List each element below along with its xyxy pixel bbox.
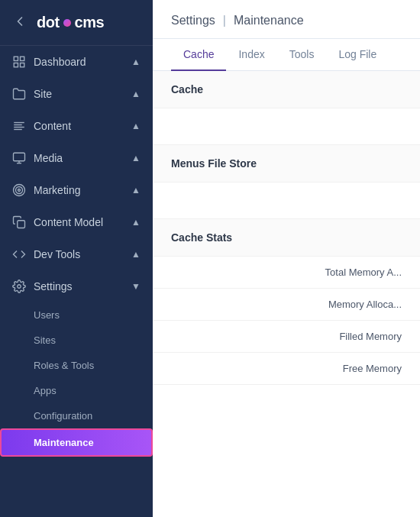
sidebar-item-maintenance[interactable]: Maintenance — [0, 428, 153, 457]
copy-icon — [12, 215, 26, 229]
sidebar-label-site: Site — [34, 88, 52, 100]
chevron-up-icon: ▲ — [131, 217, 141, 228]
folder-icon — [12, 87, 26, 101]
breadcrumb-current: Maintenance — [234, 14, 304, 27]
sidebar-item-apps[interactable]: Apps — [0, 378, 153, 403]
total-memory-label: Total Memory A... — [310, 267, 402, 278]
sidebar-label-marketing: Marketing — [34, 184, 80, 196]
logo: dot cms — [37, 14, 104, 31]
chevron-up-icon: ▲ — [131, 153, 141, 163]
chevron-down-icon: ▼ — [131, 281, 141, 292]
chevron-up-icon: ▲ — [131, 57, 141, 67]
sidebar-item-sites[interactable]: Sites — [0, 328, 153, 353]
tab-cache[interactable]: Cache — [171, 39, 226, 71]
code-icon — [12, 247, 26, 261]
svg-point-12 — [16, 187, 23, 194]
sidebar-item-site[interactable]: Site ▲ — [0, 78, 153, 110]
sidebar-item-dev-tools[interactable]: Dev Tools ▲ — [0, 238, 153, 270]
tab-tools[interactable]: Tools — [277, 39, 327, 71]
sidebar-item-roles-tools[interactable]: Roles & Tools — [0, 353, 153, 378]
align-left-icon — [12, 119, 26, 133]
sidebar-item-settings[interactable]: Settings ▼ — [0, 270, 153, 302]
back-button[interactable] — [12, 14, 27, 31]
sidebar-label-content-model: Content Model — [34, 216, 103, 228]
sidebar-item-content-model[interactable]: Content Model ▲ — [0, 206, 153, 238]
logo-dot — [63, 19, 71, 27]
stats-row-free-memory: Free Memory — [153, 353, 420, 385]
chevron-up-icon: ▲ — [131, 185, 141, 195]
filled-memory-label: Filled Memory — [310, 331, 402, 342]
sidebar-item-users[interactable]: Users — [0, 302, 153, 328]
sidebar-item-media[interactable]: Media ▲ — [0, 142, 153, 174]
sidebar-label-dev-tools: Dev Tools — [34, 248, 80, 260]
sidebar-header: dot cms — [0, 0, 153, 46]
breadcrumb-settings: Settings — [171, 14, 215, 27]
tab-index[interactable]: Index — [226, 39, 276, 71]
free-memory-label: Free Memory — [310, 363, 402, 374]
svg-point-11 — [14, 185, 25, 196]
stats-row-memory-alloc: Memory Alloca... — [153, 289, 420, 321]
target-icon — [12, 183, 26, 197]
svg-point-13 — [18, 189, 21, 192]
tabs-bar: Cache Index Tools Log File — [153, 39, 420, 71]
breadcrumb-separator: | — [223, 14, 226, 27]
svg-rect-0 — [14, 57, 18, 60]
cache-section-header: Cache — [153, 71, 420, 108]
menus-file-store-section-header: Menus File Store — [153, 145, 420, 183]
sidebar-label-settings: Settings — [34, 280, 73, 292]
page-header: Settings | Maintenance — [153, 0, 420, 39]
svg-point-15 — [18, 285, 21, 289]
sidebar-label-content: Content — [34, 120, 71, 132]
chevron-up-icon: ▲ — [131, 249, 141, 260]
sidebar-item-dashboard[interactable]: Dashboard ▲ — [0, 46, 153, 78]
stats-row-filled-memory: Filled Memory — [153, 321, 420, 353]
svg-rect-2 — [14, 63, 18, 67]
monitor-icon — [12, 151, 26, 165]
sidebar-item-configuration[interactable]: Configuration — [0, 403, 153, 428]
grid-icon — [12, 55, 26, 69]
sidebar-label-dashboard: Dashboard — [34, 56, 86, 68]
sidebar-item-content[interactable]: Content ▲ — [0, 110, 153, 142]
svg-rect-8 — [14, 153, 25, 161]
sidebar: dot cms Dashboard ▲ Site ▲ Conte — [0, 0, 153, 517]
settings-icon — [12, 280, 26, 293]
svg-rect-14 — [18, 221, 25, 228]
svg-rect-3 — [21, 63, 24, 67]
sidebar-label-media: Media — [34, 152, 63, 164]
content-area: Cache Menus File Store Cache Stats Total… — [153, 71, 420, 517]
sidebar-item-marketing[interactable]: Marketing ▲ — [0, 174, 153, 206]
svg-rect-1 — [21, 57, 24, 60]
stats-row-total-memory: Total Memory A... — [153, 257, 420, 289]
cache-stats-section-header: Cache Stats — [153, 219, 420, 257]
chevron-up-icon: ▲ — [131, 121, 141, 131]
chevron-up-icon: ▲ — [131, 89, 141, 99]
main-content: Settings | Maintenance Cache Index Tools… — [153, 0, 420, 517]
tab-log-file[interactable]: Log File — [326, 39, 389, 71]
memory-alloc-label: Memory Alloca... — [310, 299, 402, 310]
